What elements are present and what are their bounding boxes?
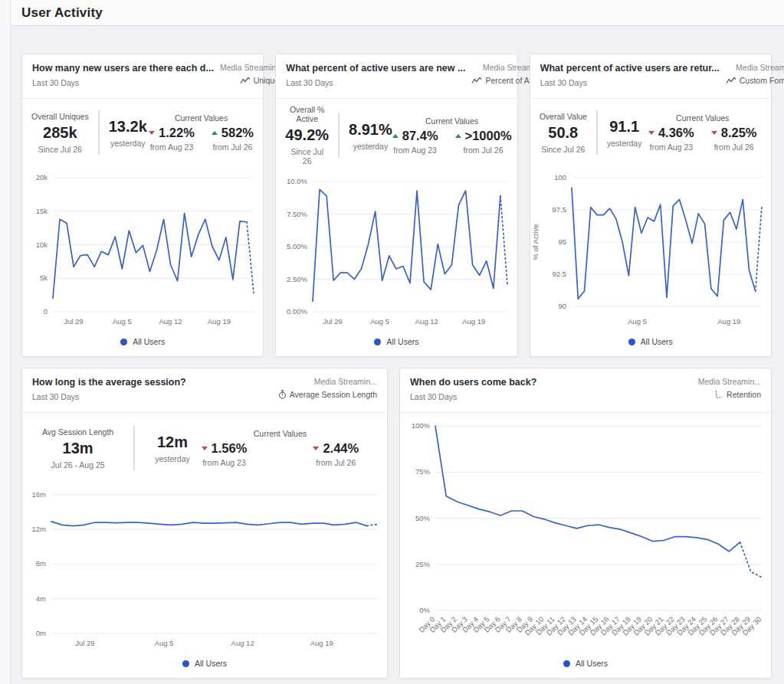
line-chart-canvas[interactable]: 10097.59592.590% of ActiveAug 5Aug 19	[530, 165, 771, 332]
svg-text:2.50%: 2.50%	[287, 275, 307, 283]
yesterday-stat: 13.2k yesterday	[109, 117, 147, 148]
card-percent-returning: What percent of active users are retur..…	[530, 54, 772, 357]
trend-line-icon	[726, 77, 736, 84]
card-header: What percent of active users are new ...…	[276, 54, 517, 99]
line-chart-canvas[interactable]: 10.0%7.50%5.00%2.50%0.00%Jul 29Aug 5Aug …	[276, 170, 517, 332]
legend-dot-icon	[563, 660, 570, 667]
stat-divider	[133, 426, 135, 470]
stats-row: Avg Session Length 13m Jul 26 - Aug 25 1…	[22, 413, 387, 482]
card-date-range: Last 30 Days	[286, 78, 465, 87]
line-chart-svg: 20k15k10k5k0Jul 29Aug 5Aug 12Aug 19	[22, 165, 263, 332]
chart-legend[interactable]: All Users	[530, 332, 771, 356]
delta-stat: 582% from Jul 26	[212, 126, 254, 152]
line-chart-canvas[interactable]: 16m12m8m4m0mJul 29Aug 5Aug 12Aug 19	[22, 482, 387, 653]
stats-row: Overall Uniques 285k Since Jul 26 13.2k …	[22, 99, 263, 165]
delta-stat: 8.25% from Jul 26	[711, 126, 757, 152]
card-metric: Average Session Length	[278, 390, 377, 399]
svg-text:Aug 12: Aug 12	[415, 317, 438, 326]
card-date-range: Last 30 Days	[32, 78, 214, 87]
card-title[interactable]: What percent of active users are new ...	[286, 63, 465, 74]
svg-text:Aug 19: Aug 19	[208, 317, 231, 326]
svg-text:Aug 12: Aug 12	[159, 317, 182, 326]
card-date-range: Last 30 Days	[410, 392, 536, 401]
card-title[interactable]: How long is the average session?	[32, 377, 186, 388]
chart-legend[interactable]: All Users	[400, 653, 771, 678]
svg-text:15k: 15k	[36, 207, 48, 215]
svg-text:25%: 25%	[415, 560, 431, 568]
legend-dot-icon	[182, 660, 189, 667]
card-header: When do users come back? Last 30 Days Me…	[400, 368, 771, 413]
svg-text:10.0%: 10.0%	[287, 177, 307, 185]
dashboard-content: How many new users are there each d... L…	[11, 26, 784, 684]
yesterday-stat: 91.1 yesterday	[607, 117, 642, 148]
svg-text:5k: 5k	[40, 273, 48, 282]
trend-down-icon	[149, 131, 155, 135]
chart-legend[interactable]: All Users	[22, 332, 263, 356]
svg-text:4m: 4m	[36, 594, 46, 603]
trend-down-icon	[202, 447, 208, 450]
line-chart-svg: 10097.59592.590% of ActiveAug 5Aug 19	[530, 165, 771, 332]
stats-row: Overall Value 50.8 Since Jul 26 91.1 yes…	[530, 99, 771, 165]
card-new-users: How many new users are there each d... L…	[21, 54, 264, 357]
svg-text:97.5: 97.5	[552, 205, 566, 214]
line-chart-svg: 100%75%50%25%0%Day 0Day 1Day 2Day 3Day 4…	[400, 413, 771, 653]
card-title[interactable]: When do users come back?	[410, 377, 536, 388]
svg-text:Aug 5: Aug 5	[628, 317, 647, 326]
card-title[interactable]: How many new users are there each d...	[32, 63, 214, 74]
chart-legend[interactable]: All Users	[276, 332, 517, 356]
svg-text:Jul 29: Jul 29	[64, 317, 83, 326]
trend-down-icon	[648, 131, 654, 135]
line-chart-canvas[interactable]: 20k15k10k5k0Jul 29Aug 5Aug 12Aug 19	[22, 165, 263, 332]
svg-text:Jul 29: Jul 29	[323, 317, 343, 326]
card-percent-new: What percent of active users are new ...…	[275, 54, 517, 357]
overall-stat: Avg Session Length 13m Jul 26 - Aug 25	[42, 427, 113, 470]
stat-divider	[596, 110, 598, 155]
trend-line-icon	[240, 77, 251, 84]
delta-stat: 2.44% from Jul 26	[313, 441, 359, 467]
current-values-group: Current Values 1.56% from Aug 23 2.44% f…	[190, 429, 370, 467]
yesterday-stat: 12m yesterday	[155, 433, 190, 463]
left-edge-strip	[0, 0, 11, 684]
svg-text:Aug 5: Aug 5	[371, 317, 390, 326]
svg-text:50%: 50%	[415, 514, 431, 522]
card-header: What percent of active users are retur..…	[530, 54, 771, 99]
svg-text:95: 95	[558, 237, 566, 246]
svg-text:20k: 20k	[36, 173, 48, 182]
svg-text:0: 0	[44, 307, 48, 316]
svg-text:Jul 29: Jul 29	[75, 639, 94, 647]
topbar: User Activity	[11, 0, 784, 26]
line-chart-svg: 10.0%7.50%5.00%2.50%0.00%Jul 29Aug 5Aug …	[276, 170, 517, 332]
delta-stat: >1000% from Jul 26	[455, 129, 512, 155]
overall-stat: Overall Value 50.8 Since Jul 26	[540, 112, 587, 154]
svg-text:0.00%: 0.00%	[287, 307, 307, 316]
svg-text:92.5: 92.5	[552, 270, 566, 278]
trend-up-icon	[392, 134, 399, 138]
delta-stat: 1.56% from Aug 23	[202, 441, 248, 467]
card-source: Media Streamin...	[220, 63, 283, 72]
legend-dot-icon	[628, 339, 635, 345]
trend-down-icon	[711, 131, 717, 135]
card-date-range: Last 30 Days	[32, 392, 186, 401]
svg-text:% of Active: % of Active	[531, 224, 540, 260]
trend-up-icon	[455, 134, 461, 138]
current-values-group: Current Values 4.36% from Aug 23 8.25% f…	[641, 113, 763, 152]
svg-text:8m: 8m	[36, 559, 46, 568]
svg-text:7.50%: 7.50%	[287, 210, 307, 218]
card-metric: Uniques	[220, 76, 283, 85]
card-header: How long is the average session? Last 30…	[22, 368, 387, 413]
current-values-group: Current Values 87.4% from Aug 23 >1000% …	[392, 116, 512, 155]
delta-stat: 1.22% from Aug 23	[149, 126, 195, 152]
svg-text:100: 100	[554, 173, 566, 182]
chart-legend[interactable]: All Users	[22, 653, 387, 678]
card-source: Media Streamin...	[698, 377, 761, 386]
retention-chart-canvas[interactable]: 100%75%50%25%0%Day 0Day 1Day 2Day 3Day 4…	[400, 413, 771, 653]
legend-dot-icon	[120, 339, 127, 345]
card-title[interactable]: What percent of active users are retur..…	[540, 63, 720, 74]
card-avg-session: How long is the average session? Last 30…	[21, 368, 388, 679]
svg-text:12m: 12m	[32, 525, 47, 533]
svg-text:Aug 12: Aug 12	[231, 639, 254, 647]
svg-text:0%: 0%	[419, 606, 430, 614]
dashboard-page: User Activity How many new users are the…	[0, 0, 784, 684]
stopwatch-icon	[278, 390, 287, 399]
card-header: How many new users are there each d... L…	[22, 54, 263, 99]
